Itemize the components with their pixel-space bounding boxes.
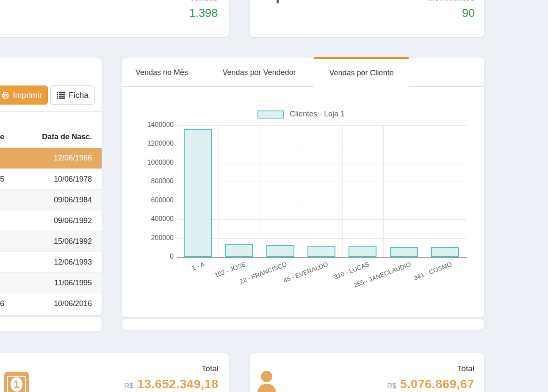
row-code-fragment: 6 — [0, 293, 4, 314]
chart-bar[interactable] — [390, 247, 418, 257]
legend-swatch[interactable] — [257, 110, 284, 119]
column-header-birth-date[interactable]: Data de Nasc. — [42, 127, 92, 147]
movements-count-card: Movimentos 90 — [250, 0, 484, 37]
chart-bar[interactable] — [349, 246, 376, 257]
list-icon — [57, 91, 65, 99]
panel-footer-strip — [0, 317, 102, 331]
clients-total-card: Total R$ 5.076.869,67 — [250, 353, 484, 392]
x-axis-tick-label: 102 - JOSE — [213, 260, 246, 279]
row-code-fragment: 5 — [0, 169, 4, 189]
chart-bar[interactable] — [266, 245, 294, 257]
x-axis-tick-label: 341 - COSMO — [413, 260, 453, 282]
chart-tabs: Vendas no MêsVendas por VendedorVendas p… — [122, 58, 484, 87]
sales-total-card: 1 Total R$ 13.652.349,18 — [0, 353, 229, 392]
movements-count-value: 90 — [462, 7, 475, 20]
table-row[interactable]: 12/06/1966 — [0, 148, 102, 168]
table-row[interactable]: 09/06/1992 — [0, 210, 102, 231]
ficha-button[interactable]: Ficha — [50, 86, 95, 105]
gridline-vertical — [466, 125, 466, 257]
currency-symbol: R$ — [387, 382, 396, 390]
y-axis-tick-label: 800000 — [139, 177, 174, 185]
gridline-horizontal — [177, 201, 466, 201]
table-row[interactable]: 11/06/1995 — [0, 272, 102, 293]
y-axis-tick-label: 600000 — [139, 196, 174, 204]
clients-total-amount: R$ 5.076.869,67 — [387, 377, 474, 391]
x-axis-tick-label: 22 - FRANCISCO — [238, 260, 288, 285]
divider — [0, 111, 102, 112]
gridline-vertical — [425, 125, 425, 257]
tab-label: Vendas por Cliente — [329, 69, 393, 77]
tab-label: Vendas no Mês — [136, 68, 188, 77]
customer-panel: Imprimir Ficha e Data de Nasc. 12/06/196… — [0, 58, 102, 315]
row-birth-date: 10/06/2016 — [54, 293, 92, 314]
print-button[interactable]: Imprimir — [0, 86, 48, 105]
row-birth-date: 12/06/1993 — [54, 252, 92, 272]
clients-total-value: 5.076.869,67 — [400, 377, 474, 391]
row-birth-date: 15/06/1992 — [54, 231, 92, 251]
y-axis-tick-label: 1400000 — [139, 121, 174, 129]
sales-count-value: 1.398 — [189, 7, 218, 20]
sales-total-value: 13.652.349,18 — [137, 377, 219, 391]
tab-3-active[interactable]: Vendas por Cliente — [314, 57, 409, 87]
gridline-vertical — [260, 125, 260, 257]
person-icon — [257, 371, 276, 392]
sales-count-card: Vendas 1.398 — [0, 0, 229, 37]
y-axis-tick-label: 400000 — [139, 215, 174, 223]
table-row[interactable]: 12/06/1993 — [0, 251, 102, 272]
column-header-fragment: e — [0, 127, 4, 147]
gridline-horizontal — [177, 163, 466, 163]
print-button-label: Imprimir — [13, 91, 42, 100]
gridline-horizontal — [177, 238, 466, 239]
sales-chart-card: Vendas no MêsVendas por VendedorVendas p… — [122, 58, 484, 317]
divider — [0, 82, 102, 82]
person-icon-head — [261, 371, 272, 382]
gridline-horizontal — [177, 182, 466, 182]
tab-1[interactable]: Vendas no Mês — [123, 58, 200, 87]
table-header: e Data de Nasc. — [0, 127, 102, 147]
panel-footer-strip — [122, 319, 484, 330]
row-birth-date: 12/06/1966 — [54, 148, 92, 168]
currency-symbol: R$ — [124, 382, 133, 390]
x-axis-tick-label: 45 - EVERALDO — [282, 260, 329, 284]
y-axis-tick-label: 0 — [139, 253, 174, 260]
chart-bar[interactable] — [184, 129, 212, 257]
x-axis-tick-label: 1 - A — [191, 260, 205, 272]
y-axis-tick-label: 1200000 — [139, 140, 174, 147]
movements-count-label: Movimentos — [428, 0, 475, 3]
person-icon-body — [257, 384, 276, 392]
y-axis-tick-label: 1000000 — [139, 159, 174, 166]
tab-2[interactable]: Vendas por Vendedor — [208, 58, 311, 87]
table-row[interactable]: 09/06/1984 — [0, 189, 102, 210]
sales-total-amount: R$ 13.652.349,18 — [124, 377, 219, 391]
row-birth-date: 09/06/1992 — [54, 210, 92, 231]
legend-label[interactable]: Clientes - Loja 1 — [290, 110, 345, 119]
printer-icon — [1, 91, 9, 99]
money-bill-number: 1 — [11, 377, 22, 392]
table-row[interactable]: 15/06/1992 — [0, 231, 102, 251]
gridline-vertical — [218, 125, 219, 257]
gridline-vertical — [177, 125, 177, 257]
sales-count-label: Vendas — [189, 0, 218, 3]
gridline-vertical — [342, 125, 343, 257]
gridline-horizontal — [177, 125, 466, 126]
chart-bar[interactable] — [307, 246, 335, 257]
tab-label: Vendas por Vendedor — [222, 68, 296, 77]
gridline-vertical — [383, 125, 384, 257]
money-bill-icon: 1 — [4, 372, 29, 392]
chart-bar[interactable] — [431, 247, 459, 257]
row-birth-date: 11/06/1995 — [54, 273, 92, 293]
total-label: Total — [457, 364, 474, 373]
gridline-vertical — [301, 125, 301, 257]
x-axis-line — [177, 257, 467, 258]
gridline-horizontal — [177, 219, 466, 220]
total-label: Total — [202, 364, 219, 373]
ficha-button-label: Ficha — [69, 91, 88, 100]
gridline-horizontal — [177, 144, 466, 144]
y-axis-tick-label: 200000 — [139, 234, 174, 242]
chart-bar[interactable] — [225, 244, 253, 257]
table-row[interactable]: 610/06/2016 — [0, 293, 102, 314]
row-birth-date: 09/06/1984 — [54, 190, 92, 210]
table-row[interactable]: 510/06/1978 — [0, 168, 102, 189]
row-birth-date: 10/06/1978 — [54, 169, 92, 189]
customer-table-body: 12/06/1966510/06/197809/06/198409/06/199… — [0, 148, 102, 314]
